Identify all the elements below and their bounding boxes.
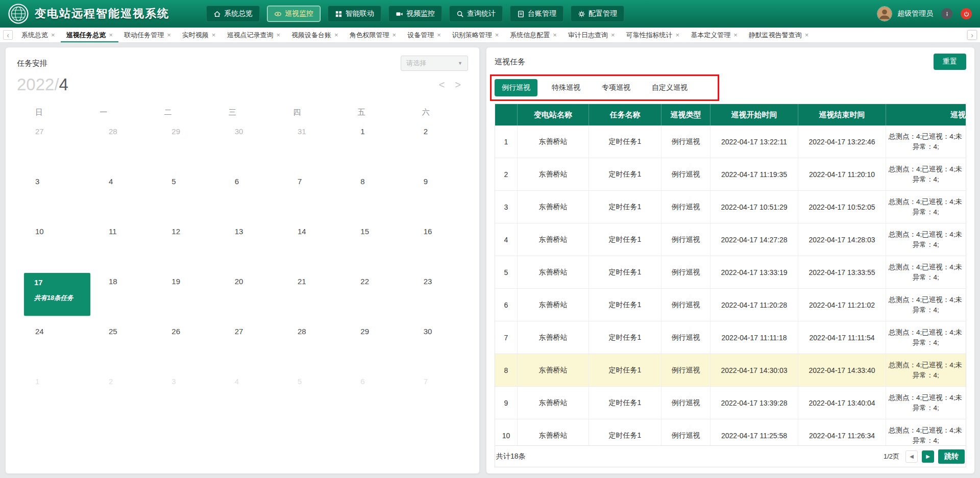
nav-inspection-monitor[interactable]: 巡视监控 — [267, 6, 321, 22]
table-row[interactable]: 7 东善桥站 定时任务1 例行巡视 2022-04-17 11:11:18 20… — [495, 321, 966, 354]
tab-item[interactable]: 静默监视告警查询 × — [743, 28, 815, 42]
tab-item[interactable]: 系统总览 × — [16, 28, 61, 42]
calendar-day[interactable]: 30 — [216, 123, 279, 173]
calendar-day[interactable]: 5 — [153, 173, 216, 223]
calendar-day[interactable]: 18 — [90, 273, 153, 323]
next-month-icon[interactable]: > — [455, 79, 461, 91]
table-row[interactable]: 3 东善桥站 定时任务1 例行巡视 2022-04-17 10:51:29 20… — [495, 191, 966, 223]
calendar-day[interactable]: 4 — [90, 173, 153, 223]
tab-item[interactable]: 巡视点记录查询 × — [221, 28, 286, 42]
calendar-day[interactable]: 2 — [405, 123, 468, 173]
close-icon[interactable]: × — [212, 32, 216, 38]
calendar-day[interactable]: 31 — [279, 123, 342, 173]
calendar-day[interactable]: 27 — [216, 323, 279, 373]
nav-video-monitor[interactable]: 视频监控 — [388, 6, 442, 22]
tab-item[interactable]: 角色权限管理 × — [344, 28, 402, 42]
close-icon[interactable]: × — [495, 32, 499, 38]
close-icon[interactable]: × — [733, 32, 738, 38]
close-icon[interactable]: × — [393, 32, 397, 38]
calendar-day[interactable]: 27 — [17, 123, 90, 173]
next-page-icon[interactable]: ▶ — [922, 450, 934, 463]
calendar-day[interactable]: 3 — [153, 373, 216, 423]
calendar-day[interactable]: 6 — [342, 373, 405, 423]
prev-page-icon[interactable]: ◀ — [905, 450, 918, 463]
tab-item[interactable]: 视频设备台账 × — [286, 28, 344, 42]
calendar-day[interactable]: 3 — [17, 173, 90, 223]
close-icon[interactable]: × — [676, 32, 680, 38]
inspection-type-tab[interactable]: 特殊巡视 — [545, 79, 587, 96]
nav-system-overview[interactable]: 系统总览 — [206, 6, 260, 22]
table-row[interactable]: 8 东善桥站 定时任务1 例行巡视 2022-04-17 14:30:03 20… — [495, 354, 966, 387]
table-row[interactable]: 1 东善桥站 定时任务1 例行巡视 2022-04-17 13:22:11 20… — [495, 125, 966, 158]
calendar-day[interactable]: 29 — [153, 123, 216, 173]
tab-item[interactable]: 识别策略管理 × — [447, 28, 505, 42]
calendar-day[interactable]: 22 — [342, 273, 405, 323]
calendar-day[interactable]: 20 — [216, 273, 279, 323]
prev-month-icon[interactable]: < — [439, 79, 445, 91]
tab-item[interactable]: 实时视频 × — [177, 28, 222, 42]
tab-scroll-left-icon[interactable]: ‹ — [3, 30, 13, 40]
nav-ledger-management[interactable]: 台账管理 — [510, 6, 564, 22]
calendar-day[interactable]: 30 — [405, 323, 468, 373]
avatar[interactable] — [877, 6, 892, 21]
inspection-type-tab[interactable]: 自定义巡视 — [645, 79, 695, 96]
tab-item[interactable]: 巡视任务总览 × — [61, 28, 119, 42]
tab-item[interactable]: 联动任务管理 × — [118, 28, 177, 42]
table-row[interactable]: 5 东善桥站 定时任务1 例行巡视 2022-04-17 13:33:19 20… — [495, 256, 966, 289]
calendar-day[interactable]: 5 — [279, 373, 342, 423]
tab-item[interactable]: 可靠性指标统计 × — [621, 28, 685, 42]
nav-smart-linkage[interactable]: 智能联动 — [328, 6, 381, 22]
table-row[interactable]: 10 东善桥站 定时任务1 例行巡视 2022-04-17 11:25:58 2… — [495, 419, 966, 445]
power-icon[interactable] — [961, 8, 972, 19]
table-row[interactable]: 9 东善桥站 定时任务1 例行巡视 2022-04-17 13:39:28 20… — [495, 387, 966, 419]
calendar-day[interactable]: 19 — [153, 273, 216, 323]
calendar-day[interactable]: 8 — [342, 173, 405, 223]
calendar-day[interactable]: 14 — [279, 223, 342, 273]
close-icon[interactable]: × — [51, 32, 55, 38]
calendar-day[interactable]: 28 — [279, 323, 342, 373]
calendar-day[interactable]: 12 — [153, 223, 216, 273]
reset-button[interactable]: 重置 — [934, 54, 966, 70]
tab-item[interactable]: 系统信息配置 × — [504, 28, 562, 42]
close-icon[interactable]: × — [167, 32, 171, 38]
close-icon[interactable]: × — [611, 32, 615, 38]
table-row[interactable]: 2 东善桥站 定时任务1 例行巡视 2022-04-17 11:19:35 20… — [495, 158, 966, 191]
calendar-day[interactable]: 16 — [405, 223, 468, 273]
calendar-day[interactable]: 28 — [90, 123, 153, 173]
calendar-day[interactable]: 1 — [17, 373, 90, 423]
info-icon[interactable] — [941, 8, 952, 19]
inspection-type-tab[interactable]: 例行巡视 — [495, 79, 537, 96]
calendar-day[interactable]: 13 — [216, 223, 279, 273]
calendar-day[interactable]: 1 — [342, 123, 405, 173]
calendar-day[interactable]: 24 — [17, 323, 90, 373]
calendar-day[interactable]: 25 — [90, 323, 153, 373]
tab-item[interactable]: 设备管理 × — [402, 28, 447, 42]
tab-item[interactable]: 审计日志查询 × — [562, 28, 621, 42]
calendar-day[interactable]: 7 — [405, 373, 468, 423]
calendar-day[interactable]: 26 — [153, 323, 216, 373]
close-icon[interactable]: × — [437, 32, 441, 38]
inspection-type-tab[interactable]: 专项巡视 — [595, 79, 638, 96]
calendar-day[interactable]: 2 — [90, 373, 153, 423]
calendar-day[interactable]: 17 共有18条任务 — [17, 273, 90, 323]
calendar-day[interactable]: 6 — [216, 173, 279, 223]
jump-button[interactable]: 跳转 — [938, 449, 965, 464]
calendar-day[interactable]: 10 — [17, 223, 90, 273]
nav-query-stats[interactable]: 查询统计 — [449, 6, 503, 22]
table-row[interactable]: 4 东善桥站 定时任务1 例行巡视 2022-04-17 14:27:28 20… — [495, 223, 966, 256]
table-row[interactable]: 6 东善桥站 定时任务1 例行巡视 2022-04-17 11:20:28 20… — [495, 289, 966, 321]
nav-config-management[interactable]: 配置管理 — [571, 6, 624, 22]
calendar-day[interactable]: 29 — [342, 323, 405, 373]
calendar-day[interactable]: 7 — [279, 173, 342, 223]
close-icon[interactable]: × — [553, 32, 557, 38]
close-icon[interactable]: × — [334, 32, 338, 38]
tab-item[interactable]: 基本定义管理 × — [685, 28, 743, 42]
close-icon[interactable]: × — [276, 32, 280, 38]
close-icon[interactable]: × — [109, 32, 113, 38]
calendar-day[interactable]: 23 — [405, 273, 468, 323]
calendar-day[interactable]: 21 — [279, 273, 342, 323]
tab-scroll-right-icon[interactable]: › — [967, 30, 977, 40]
calendar-day[interactable]: 9 — [405, 173, 468, 223]
schedule-type-select[interactable]: 请选择 ▼ — [401, 56, 468, 71]
calendar-day[interactable]: 4 — [216, 373, 279, 423]
